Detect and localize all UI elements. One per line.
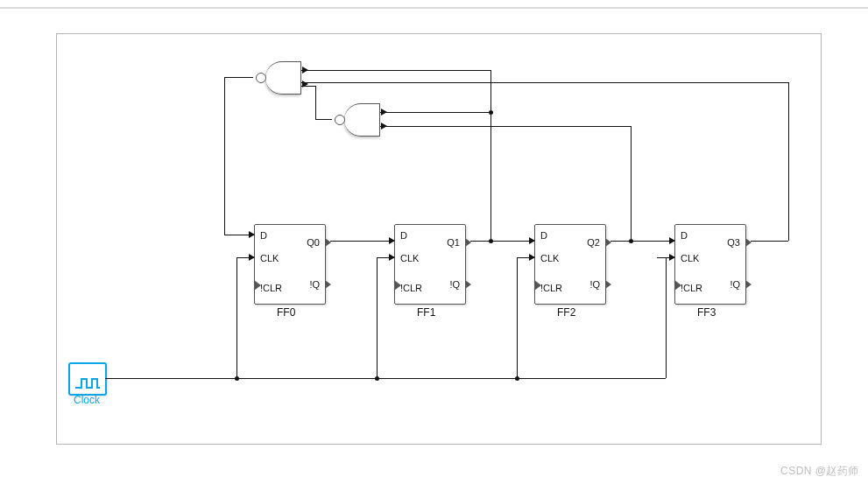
pin-d: D [400,230,407,241]
flipflop-ff1[interactable]: D CLK !CLR Q1 !Q [394,224,466,305]
pin-q: Q1 [447,237,460,248]
ff1-label: FF1 [417,306,435,319]
pin-nclr: !CLR [540,283,562,293]
clock-wave-icon [75,378,100,389]
nq-port-icon [745,280,752,289]
wire-q1-nand2 [380,112,490,113]
flipflop-ff2[interactable]: D CLK !CLR Q2 !Q [534,224,606,305]
ff0-label: FF0 [277,306,295,319]
wire-q1-nand1 [301,70,490,71]
pin-nclr: !CLR [260,283,282,293]
clk-edge-icon [394,280,401,291]
wire [490,112,491,241]
flipflop-ff3[interactable]: D CLK !CLR Q3 !Q [674,224,746,305]
q-port-icon [605,238,611,247]
junction [235,376,239,381]
ff3-label: FF3 [697,306,716,319]
wire-q2-nand2 [380,126,631,127]
junction [375,376,379,381]
wire [490,70,491,112]
pin-clk: CLK [540,253,559,263]
wire [224,77,225,235]
pin-clk: CLK [400,253,419,263]
arrow-icon [389,254,395,261]
nand-gate-1[interactable] [254,61,301,93]
nand-gate-2[interactable] [333,103,380,135]
wire [751,241,788,242]
pin-nq: !Q [309,279,320,290]
wire [224,77,253,78]
clk-edge-icon [674,280,681,291]
wire [517,257,518,378]
wire [377,257,378,378]
pin-nclr: !CLR [400,283,422,293]
junction [629,239,633,243]
clk-edge-icon [254,280,261,291]
ff2-label: FF2 [557,306,575,319]
arrow-icon [669,237,675,244]
arrow-icon [529,254,535,261]
clock-label: Clock [74,394,100,406]
pin-clk: CLK [260,253,279,263]
q-port-icon [465,238,471,247]
watermark: CSDN @赵药师 [780,464,859,479]
wire-q0-d1 [330,241,394,242]
arrow-icon [389,237,395,244]
clock-block[interactable] [68,362,107,396]
pin-nclr: !CLR [681,283,702,293]
pin-nq: !Q [449,279,460,290]
nq-port-icon [325,280,331,289]
wire-q2-d3 [610,241,674,242]
q-port-icon [325,238,331,247]
wire [788,82,789,241]
pin-d: D [540,230,547,241]
nq-port-icon [465,280,471,289]
pin-nq: !Q [589,279,600,290]
junction [489,239,493,243]
flipflop-ff0[interactable]: D CLK !CLR Q0 !Q [254,224,326,305]
clk-edge-icon [534,280,541,291]
arrow-icon [669,254,675,261]
pin-q: Q2 [587,237,600,248]
pin-clk: CLK [681,253,699,263]
pin-q: Q0 [307,237,320,248]
wire-q1-d2 [470,241,534,242]
wire-q3-nand1 [301,82,788,83]
nq-port-icon [605,280,611,289]
wire [666,257,667,378]
arrow-icon [249,231,255,238]
pin-d: D [260,230,267,241]
wire-clock-bus [105,378,666,379]
pin-d: D [681,230,688,241]
diagram-canvas: Clock D CLK !CLR Q0 !Q FF0 D CLK !CLR Q1… [0,0,868,484]
wire [631,126,632,241]
pin-q: Q3 [727,237,740,248]
junction [515,376,519,381]
window-divider [0,0,868,9]
q-port-icon [745,238,752,247]
wire [301,86,315,87]
pin-nq: !Q [730,279,740,290]
wire [236,257,237,378]
junction [489,110,493,115]
wire [315,86,316,119]
arrow-icon [249,254,255,261]
wire [315,119,332,120]
arrow-icon [529,237,535,244]
